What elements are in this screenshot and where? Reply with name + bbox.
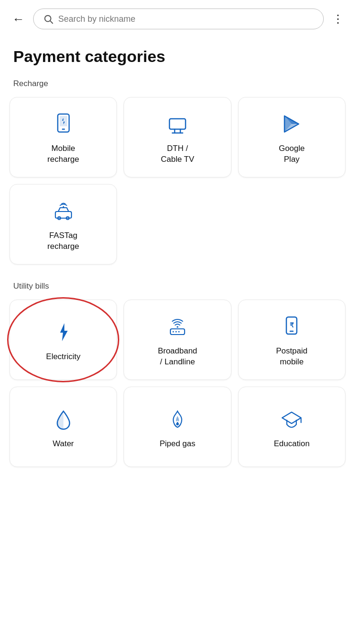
search-input[interactable] (58, 14, 314, 24)
svg-point-20 (178, 331, 179, 333)
recharge-grid: Mobilerecharge DTH /Cable TV GooglePlay (0, 93, 355, 268)
electricity-label: Electricity (46, 352, 80, 362)
mobile-recharge-label: Mobilerecharge (47, 143, 79, 165)
svg-point-19 (175, 331, 177, 333)
google-play-icon (280, 112, 303, 136)
fastag-recharge-label: FASTagrecharge (47, 230, 79, 252)
piped-gas-card[interactable]: Piped gas (124, 387, 231, 467)
dth-icon (166, 112, 189, 136)
svg-point-21 (177, 326, 178, 328)
fastag-recharge-card[interactable]: FASTagrecharge (9, 184, 117, 265)
broadband-landline-card[interactable]: Broadband/ Landline (124, 300, 231, 380)
search-bar[interactable] (33, 9, 324, 29)
electricity-card[interactable]: Electricity (9, 300, 117, 380)
postpaid-mobile-label: Postpaidmobile (276, 346, 307, 368)
education-icon (280, 407, 303, 431)
water-card[interactable]: Water (9, 387, 117, 467)
svg-point-16 (62, 206, 64, 208)
education-label: Education (274, 439, 310, 450)
header: ← ⋮ (0, 0, 355, 34)
svg-text:₹: ₹ (290, 321, 294, 329)
more-options-icon[interactable]: ⋮ (329, 9, 346, 28)
piped-gas-label: Piped gas (160, 439, 195, 450)
water-label: Water (53, 439, 74, 450)
google-play-label: GooglePlay (279, 143, 305, 165)
dth-cable-tv-card[interactable]: DTH /Cable TV (124, 97, 231, 177)
svg-marker-25 (282, 412, 301, 423)
page-title: Payment categories (0, 34, 355, 71)
education-card[interactable]: Education (238, 387, 346, 467)
google-play-card[interactable]: GooglePlay (238, 97, 346, 177)
postpaid-icon: ₹ (280, 315, 303, 338)
broadband-landline-label: Broadband/ Landline (158, 346, 197, 368)
svg-point-18 (172, 331, 174, 333)
electricity-icon (52, 320, 75, 344)
mobile-recharge-icon (52, 112, 75, 136)
fastag-icon (52, 199, 75, 223)
water-icon (52, 407, 75, 431)
utility-bills-grid: Electricity Broadband/ Landline (0, 296, 355, 471)
search-icon (43, 14, 53, 24)
recharge-section-label: Recharge (0, 71, 355, 93)
svg-rect-5 (169, 119, 186, 129)
dth-cable-tv-label: DTH /Cable TV (161, 143, 195, 165)
piped-gas-icon (166, 407, 189, 431)
svg-line-1 (50, 21, 53, 23)
svg-rect-3 (60, 116, 67, 126)
utility-bills-section-label: Utility bills (0, 273, 355, 296)
broadband-icon (166, 315, 189, 338)
mobile-recharge-card[interactable]: Mobilerecharge (9, 97, 117, 177)
back-button[interactable]: ← (9, 9, 27, 29)
postpaid-mobile-card[interactable]: ₹ Postpaidmobile (238, 300, 346, 380)
